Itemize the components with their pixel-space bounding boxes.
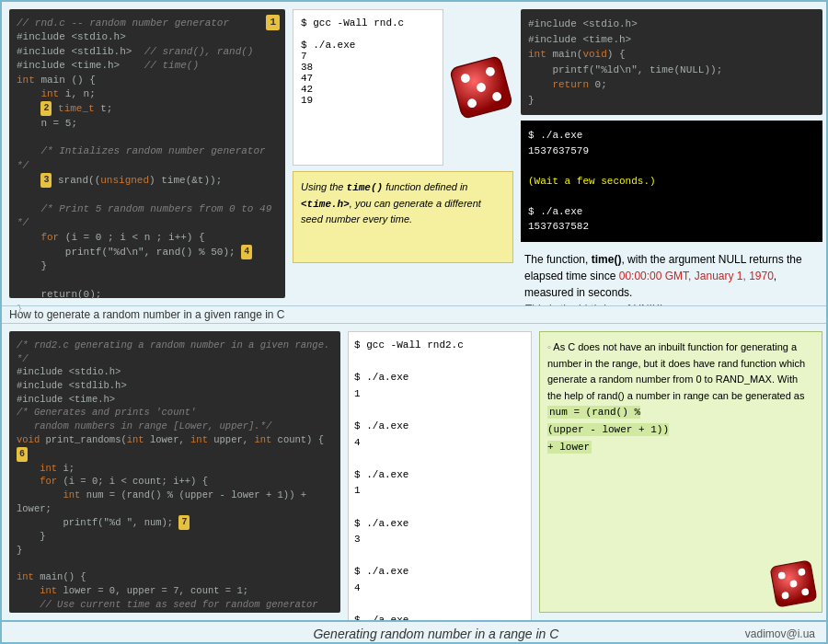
code-panel-2: /* rnd2.c generating a random number in …: [9, 331, 340, 613]
comment: // rnd.c -- random number generator: [17, 17, 229, 29]
sticky-text: Using the time() function defined in <ti…: [301, 181, 481, 224]
code-panel-small: #include <stdio.h> #include <time.h> int…: [521, 9, 822, 115]
terminal-black-text: $ ./a.exe 1537637579 (Wait a few seconds…: [528, 128, 815, 235]
dice-container-1: [449, 9, 513, 166]
badge-2: 2: [40, 101, 52, 116]
badge-6: 6: [17, 447, 28, 462]
bottom-section: /* rnd2.c generating a random number in …: [2, 324, 828, 620]
top-middle-row: $ gcc -Wall rnd.c $ ./a.exe 7 38 47 42 1…: [293, 9, 513, 166]
dice-image-2: [768, 558, 819, 609]
bottom-middle: $ gcc -Wall rnd2.c $ ./a.exe 1 $ ./a.exe…: [348, 331, 532, 613]
footer: Generating random number in a range in C…: [2, 620, 828, 644]
badge-4: 4: [241, 245, 252, 259]
desc-text: The function, time(), with the argument …: [524, 253, 802, 299]
code-text-2: /* rnd2.c generating a random number in …: [17, 339, 333, 613]
terminal-text-2: $ gcc -Wall rnd2.c $ ./a.exe 1 $ ./a.exe…: [354, 338, 525, 644]
terminal-text-1: $ gcc -Wall rnd.c $ ./a.exe 7 38 47 42 1…: [301, 17, 435, 106]
main-container: 1 // rnd.c -- random number generator #i…: [2, 2, 828, 644]
code-text-1: // rnd.c -- random number generator #inc…: [17, 17, 278, 316]
dice-image-1: [449, 55, 513, 120]
terminal-black-1: $ ./a.exe 1537637579 (Wait a few seconds…: [521, 121, 822, 242]
top-right: #include <stdio.h> #include <time.h> int…: [521, 9, 822, 298]
code-panel-1: 1 // rnd.c -- random number generator #i…: [9, 9, 285, 298]
badge-3: 3: [40, 173, 52, 188]
info-text: ◦ As C does not have an inbuilt function…: [547, 341, 805, 452]
footer-email: vadimov@i.ua: [745, 627, 815, 640]
top-middle: $ gcc -Wall rnd.c $ ./a.exe 7 38 47 42 1…: [293, 9, 513, 298]
badge-7: 7: [178, 515, 190, 530]
badge-1: 1: [266, 15, 280, 30]
top-section: 1 // rnd.c -- random number generator #i…: [2, 2, 828, 305]
terminal-box-2: $ gcc -Wall rnd2.c $ ./a.exe 1 $ ./a.exe…: [348, 331, 532, 644]
code-small-text: #include <stdio.h> #include <time.h> int…: [528, 17, 815, 108]
footer-title: Generating random number in a range in C: [127, 627, 745, 641]
terminal-box-1: $ gcc -Wall rnd.c $ ./a.exe 7 38 47 42 1…: [293, 9, 443, 166]
sticky-note-1: Using the time() function defined in <ti…: [293, 171, 513, 263]
bottom-right: ◦ As C does not have an inbuilt function…: [539, 331, 822, 613]
